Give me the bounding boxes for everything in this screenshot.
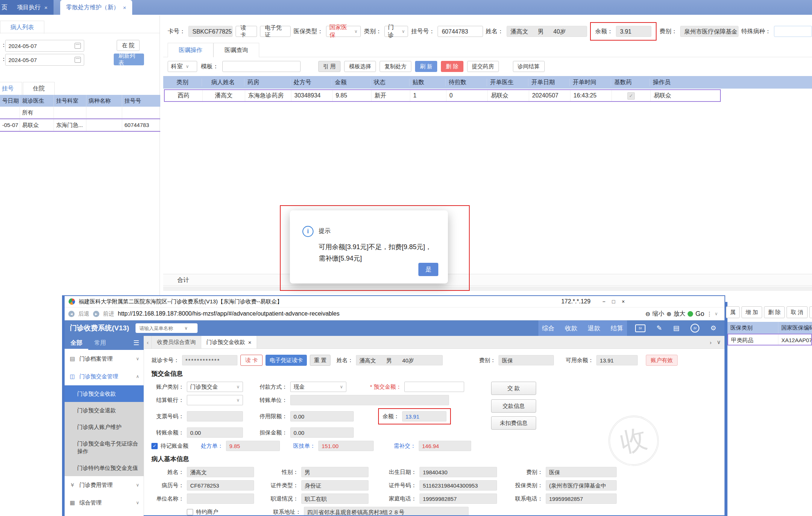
col-header[interactable]: 就诊医生 [20, 95, 54, 107]
back-icon[interactable]: ◄ [68, 311, 75, 317]
pay-button[interactable]: 交 款 [491, 382, 536, 395]
arrow-right-icon[interactable]: › [710, 339, 712, 345]
menu-item-comprehensive[interactable]: 综合 [542, 324, 555, 333]
order-table-row-selected[interactable]: 西药 潘高文 东海急诊药房 30348934 9.85 新开 1 0 易联众 2… [164, 89, 721, 102]
submit-pharmacy-button[interactable]: 提交药房 [467, 61, 499, 72]
col-header[interactable]: 待煎数 [446, 79, 487, 86]
pay-info-button[interactable]: 交款信息 [491, 399, 536, 413]
col-header[interactable]: 操作员 [650, 79, 709, 86]
zoom-out-icon[interactable]: ⊖ [645, 310, 650, 317]
in-hospital-button[interactable]: 在 院 [117, 40, 140, 51]
copy-prescription-button[interactable]: 复制处方 [380, 61, 411, 72]
sidebar-item-advance-receive[interactable]: 门诊预交金收款 [65, 385, 144, 402]
cheque-input[interactable] [187, 411, 243, 422]
menu-item-settle[interactable]: 结算 [611, 324, 623, 333]
sidebar-item-ecert-operation[interactable]: 门诊预交金电子凭证综合操作 [65, 435, 144, 460]
calendar-icon[interactable] [75, 57, 81, 63]
close-icon[interactable]: × [622, 299, 625, 305]
go-button[interactable]: Go [695, 310, 704, 318]
pending-amount-checkbox[interactable]: ✓ [151, 443, 158, 449]
read-card-button[interactable]: 读 卡 [240, 355, 263, 366]
col-header[interactable]: 金额 [332, 79, 371, 86]
hand-sign-icon[interactable]: ✎ [657, 324, 662, 332]
chevron-down-icon[interactable]: ∨ [717, 339, 721, 345]
tab-project-execution[interactable]: 项目执行 × [11, 0, 54, 15]
maximize-icon[interactable]: □ [612, 299, 615, 305]
close-icon[interactable]: × [248, 339, 251, 345]
clipped-button[interactable] [809, 306, 812, 318]
clipped-button[interactable]: 属 [726, 306, 740, 318]
date-from-input[interactable]: 2024-05-07 [5, 40, 84, 52]
forward-label[interactable]: 前进 [103, 310, 114, 317]
sidebar-item-advance-refund[interactable]: 门诊预交金退款 [65, 402, 144, 419]
template-input[interactable] [222, 61, 301, 72]
table-row-selected[interactable]: -05-07 易联众 东海门急... 60744783 [0, 118, 160, 132]
add-button[interactable]: 增 加 [741, 306, 762, 318]
zoom-out-label[interactable]: 缩小 [652, 310, 664, 318]
sidebar-item-fee-mgmt[interactable]: ￥ 门诊费用管理 ∨ [65, 476, 144, 494]
account-type-select[interactable]: 门诊预交金 ∨ [187, 382, 243, 392]
tab-patient-list[interactable]: 病人列表 [0, 21, 44, 34]
col-header[interactable]: 开单医生 [487, 79, 528, 86]
close-icon[interactable]: × [123, 4, 126, 11]
settings-gear-icon[interactable]: ⚙ [710, 324, 716, 332]
template-select-button[interactable]: 模板选择 [344, 61, 376, 72]
department-select[interactable]: 科室 ∨ [168, 61, 197, 72]
back-label[interactable]: 后退 [78, 310, 89, 317]
col-header[interactable]: 挂号科室 [54, 95, 86, 107]
col-header[interactable]: 病种名称 [86, 95, 122, 107]
si-card-icon[interactable]: SI [635, 324, 645, 332]
col-header[interactable]: 状态 [371, 79, 410, 86]
pay-method-select[interactable]: 现金 ∨ [290, 382, 346, 392]
col-header[interactable]: 病人姓名 [202, 79, 244, 86]
tab-cashier-query[interactable]: 收费员综合查询 [152, 336, 201, 348]
tab-inpatient[interactable]: 住院 [23, 82, 55, 95]
collapse-sidebar-icon[interactable]: ‹ [144, 336, 152, 348]
date-to-input[interactable]: 2024-05-07 [5, 54, 84, 66]
e-certificate-button[interactable]: 电子凭证 [260, 26, 291, 37]
filter-all[interactable]: 所有 [20, 107, 54, 118]
sidebar-tab-common[interactable]: 常用 [88, 336, 112, 350]
menu-item-refund[interactable]: 退款 [588, 324, 600, 333]
sidebar-item-archive-mgmt[interactable]: ▤ 门诊档案管理 ∨ [65, 350, 144, 368]
undeducted-info-button[interactable]: 未扣费信息 [491, 416, 536, 430]
sidebar-item-account-maintain[interactable]: 门诊病人账户维护 [65, 419, 144, 435]
col-header[interactable]: 医保类别 [727, 322, 778, 334]
minimize-icon[interactable]: − [602, 299, 605, 305]
table-scrollbar[interactable] [163, 286, 812, 291]
col-header[interactable]: 国家医保编码 [778, 322, 812, 334]
refresh-button[interactable]: 刷 新 [415, 61, 437, 72]
category-select[interactable]: 门诊 ∨ [384, 26, 408, 37]
sidebar-item-advance-mgmt[interactable]: ◫ 门诊预交金管理 ∧ [65, 368, 144, 385]
cancel-button[interactable]: 取 消 [787, 306, 807, 318]
delete-button[interactable]: 删 除 [441, 61, 463, 72]
sidebar-item-comprehensive-mgmt[interactable]: ▦ 综合管理 ∨ [65, 494, 144, 512]
chevron-down-icon[interactable]: ∨ [715, 311, 718, 316]
read-card-button[interactable]: 读 卡 [236, 26, 257, 37]
delete-button[interactable]: 删 除 [764, 306, 785, 318]
col-header[interactable]: 开单时间 [570, 79, 611, 86]
advance-amount-input[interactable] [404, 382, 464, 392]
col-header[interactable]: 贴数 [410, 79, 446, 86]
tab-registration[interactable]: 挂号 [0, 82, 22, 95]
forward-icon[interactable]: ► [93, 311, 99, 317]
menu-item-collect[interactable]: 收款 [565, 324, 578, 333]
base-drug-checkbox[interactable]: ✓ [627, 92, 635, 100]
bank-select[interactable]: ∨ [187, 395, 243, 405]
visit-card-input[interactable]: ************ [182, 355, 237, 365]
col-header[interactable]: 挂号号 [122, 95, 160, 107]
col-header[interactable]: 处方号 [291, 79, 332, 86]
special-merchant-checkbox[interactable] [187, 509, 193, 515]
ecert-read-button[interactable]: 电子凭证读卡 [265, 355, 307, 366]
close-icon[interactable]: × [44, 4, 48, 11]
menu-search[interactable]: ∨ [136, 323, 198, 333]
tab-advance-receive[interactable]: 门诊预交金收款 × [201, 336, 257, 348]
menu-search-input[interactable] [138, 325, 184, 331]
reg-no-input[interactable]: 60744783 [438, 26, 483, 37]
sidebar-item-audit-mgmt[interactable]: ☑ 门诊稽核管理 ∨ [65, 512, 144, 516]
hamburger-icon[interactable]: ☰ [133, 339, 144, 347]
col-header[interactable]: 开单日期 [528, 79, 570, 86]
clinic-settlement-button[interactable]: 诊间结算 [513, 61, 545, 72]
si-circle-icon[interactable]: SI [691, 324, 699, 333]
transfer-unit-value[interactable] [290, 395, 449, 405]
